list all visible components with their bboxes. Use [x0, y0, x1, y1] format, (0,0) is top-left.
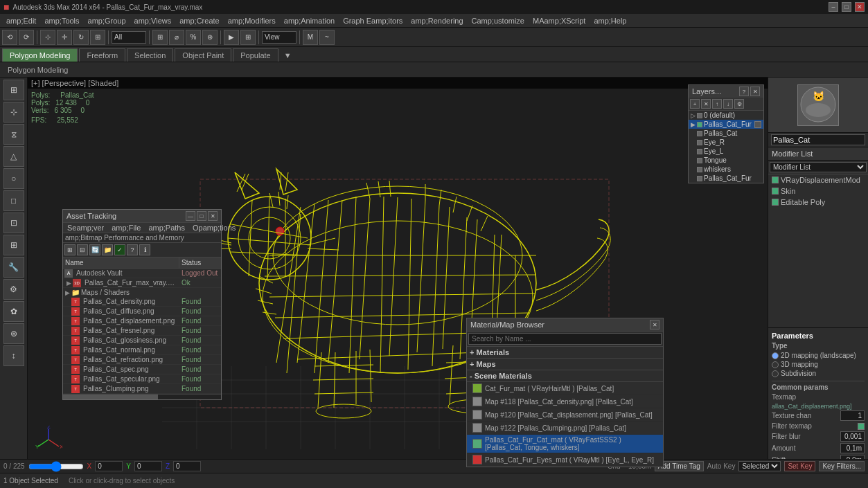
param-filtertexmap-checkbox[interactable]: [858, 423, 865, 430]
left-btn-2[interactable]: ⊹: [3, 102, 24, 123]
asset-folder-maps[interactable]: ▶ 📁 Maps / Shaders: [63, 288, 221, 297]
render-button[interactable]: ▶: [224, 30, 239, 45]
asset-row-displasement[interactable]: T Pallas_Cat_displasement.png Found: [63, 316, 221, 326]
mat-close-button[interactable]: ✕: [650, 320, 659, 329]
param-texchan-input[interactable]: [840, 410, 865, 421]
menu-item-modifiers[interactable]: amp;Modifiers: [224, 15, 280, 26]
asset-menu-file[interactable]: amp;File: [109, 224, 143, 232]
tab-selection[interactable]: Selection: [127, 48, 173, 62]
tab-polygon-modeling[interactable]: Polygon Modeling: [2, 48, 78, 62]
layers-minimize-button[interactable]: ?: [739, 87, 749, 96]
asset-menu-paths[interactable]: amp;Paths: [146, 224, 187, 232]
left-btn-5[interactable]: ○: [3, 168, 24, 189]
asset-row-fresnel[interactable]: T Pallas_Cat_fresnel.png Found: [63, 326, 221, 336]
left-btn-3[interactable]: ⧖: [3, 124, 24, 145]
asset-row-refraction[interactable]: T Pallas_Cat_refraction.png Found: [63, 355, 221, 365]
left-btn-9[interactable]: 🔧: [3, 257, 24, 278]
layer-item-eyel[interactable]: Eye_L: [689, 147, 763, 156]
asset-btn-4[interactable]: 📁: [102, 244, 113, 255]
rotate-button[interactable]: ↻: [73, 30, 89, 45]
asset-scrollbar[interactable]: [63, 394, 221, 399]
viewport[interactable]: [+] [Perspective] [Shaded] Polys: Pallas…: [28, 78, 768, 488]
menu-item-views[interactable]: amp;Views: [130, 15, 176, 26]
asset-row-clumping[interactable]: T Pallas_Clumping.png Found: [63, 384, 221, 394]
asset-row-specular[interactable]: T Pallas_Cat_specular.png Found: [63, 374, 221, 384]
snap-button[interactable]: ⊞: [152, 30, 168, 45]
param-radio-2d[interactable]: 2D mapping (landscape): [772, 352, 865, 359]
menu-item-group[interactable]: amp;Group: [84, 15, 130, 26]
layer-item-fur[interactable]: ▶ Pallas_Cat_Fur: [689, 120, 763, 129]
scale-button[interactable]: ⊞: [90, 30, 105, 45]
asset-row-glossiness[interactable]: T Pallas_Cat_glossiness.png Found: [63, 336, 221, 345]
mat-item-map122[interactable]: Map #122 [Pallas_Clumping.png] [Pallas_C…: [467, 422, 663, 435]
coord-y-input[interactable]: [134, 461, 162, 471]
mat-materials-label[interactable]: + Materials: [470, 348, 660, 356]
layer-item-cat[interactable]: Pallas_Cat: [689, 129, 763, 138]
menu-item-help[interactable]: amp;Help: [590, 15, 630, 26]
layers-move-up-btn[interactable]: ↑: [712, 99, 722, 109]
param-filterblur-input[interactable]: [840, 431, 865, 442]
asset-btn-3[interactable]: 🔄: [89, 244, 100, 255]
render-setup-button[interactable]: ⊞: [240, 30, 256, 45]
menu-item-animation[interactable]: amp;Animation: [280, 15, 339, 26]
coord-z-input[interactable]: [173, 461, 201, 471]
close-button[interactable]: ✕: [855, 2, 865, 12]
param-radio-subdiv[interactable]: Subdivision: [772, 370, 865, 377]
asset-btn-1[interactable]: ⊞: [64, 244, 76, 255]
mat-item-map118[interactable]: Map #118 [Pallas_Cat_density.png] [Palla…: [467, 395, 663, 408]
asset-row-density[interactable]: T Pallas_Cat_density.png Found: [63, 297, 221, 307]
layer-item-whiskers[interactable]: whiskers: [689, 165, 763, 174]
tab-object-paint[interactable]: Object Paint: [175, 48, 231, 62]
left-btn-12[interactable]: ⊛: [3, 323, 24, 344]
layer-item-default[interactable]: ▷ 0 (default): [689, 111, 763, 120]
mat-maps-label[interactable]: + Maps: [470, 360, 660, 368]
left-btn-8[interactable]: ⊞: [3, 235, 24, 255]
layer-item-catfur2[interactable]: Pallas_Cat_Fur: [689, 174, 763, 183]
layers-delete-btn[interactable]: ✕: [701, 99, 711, 109]
menu-item-maxscript[interactable]: MAamp;XScript: [529, 15, 590, 26]
tab-populate[interactable]: Populate: [233, 48, 278, 62]
mat-item-catfur[interactable]: Cat_Fur_mat ( VRayHairMtl ) [Pallas_Cat]: [467, 382, 663, 395]
asset-row-spec[interactable]: T Pallas_Cat_spec.png Found: [63, 365, 221, 374]
asset-restore-button[interactable]: □: [197, 211, 206, 221]
mat-search-input[interactable]: [468, 333, 662, 345]
curve-editor-button[interactable]: ~: [319, 30, 335, 45]
coord-x-input[interactable]: [95, 461, 123, 471]
angle-snap-button[interactable]: ⌀: [169, 30, 184, 45]
left-btn-7[interactable]: ⊡: [3, 213, 24, 233]
tab-freeform[interactable]: Freeform: [79, 48, 125, 62]
modifier-item-skin[interactable]: Skin: [768, 186, 868, 197]
left-btn-13[interactable]: ↕: [3, 345, 24, 366]
asset-menu-server[interactable]: Seamp;ver: [65, 224, 106, 232]
mat-scene-label[interactable]: - Scene Materials: [470, 372, 660, 380]
select-filter-input[interactable]: [112, 31, 146, 44]
layers-add-btn[interactable]: +: [690, 99, 700, 109]
menu-item-create[interactable]: amp;Create: [175, 15, 223, 26]
left-btn-11[interactable]: ✿: [3, 301, 24, 322]
layer-item-eyer[interactable]: Eye_R: [689, 138, 763, 147]
title-bar-right[interactable]: – □ ✕: [829, 2, 865, 12]
layer-item-tongue[interactable]: Tongue: [689, 156, 763, 165]
modifier-item-editpoly[interactable]: Editable Poly: [768, 197, 868, 208]
asset-close-button[interactable]: ✕: [208, 211, 218, 221]
key-filters-button[interactable]: Key Filters...: [819, 461, 865, 471]
left-btn-10[interactable]: ⚙: [3, 279, 24, 300]
select-button[interactable]: ⊹: [40, 30, 55, 45]
percent-snap-button[interactable]: %: [186, 30, 201, 45]
maximize-button[interactable]: □: [842, 2, 851, 12]
tab-extra[interactable]: ▼: [280, 49, 296, 62]
layers-settings-btn[interactable]: ⚙: [734, 99, 744, 109]
menu-item-rendering[interactable]: amp;Rendering: [407, 15, 467, 26]
subbar-polygon-modeling[interactable]: Polygon Modeling: [3, 65, 72, 75]
menu-item-graph[interactable]: Graph Eamp;itors: [339, 15, 407, 26]
timeline-slider[interactable]: [28, 464, 84, 469]
menu-item-customize[interactable]: Camp;ustomize: [468, 15, 529, 26]
material-editor-button[interactable]: M: [303, 30, 318, 45]
asset-scrollbar-thumb[interactable]: [63, 395, 158, 399]
asset-row-normal[interactable]: T Pallas_Cat_normal.png Found: [63, 345, 221, 355]
asset-btn-5[interactable]: ✓: [114, 244, 125, 255]
minimize-button[interactable]: –: [829, 2, 838, 12]
asset-row-maxfile[interactable]: ▶ 3D Pallas_Cat_Fur_max_vray.max Ok: [63, 278, 221, 288]
object-name-input[interactable]: [771, 134, 865, 145]
asset-menu-options[interactable]: Opamp;tions: [191, 224, 238, 232]
